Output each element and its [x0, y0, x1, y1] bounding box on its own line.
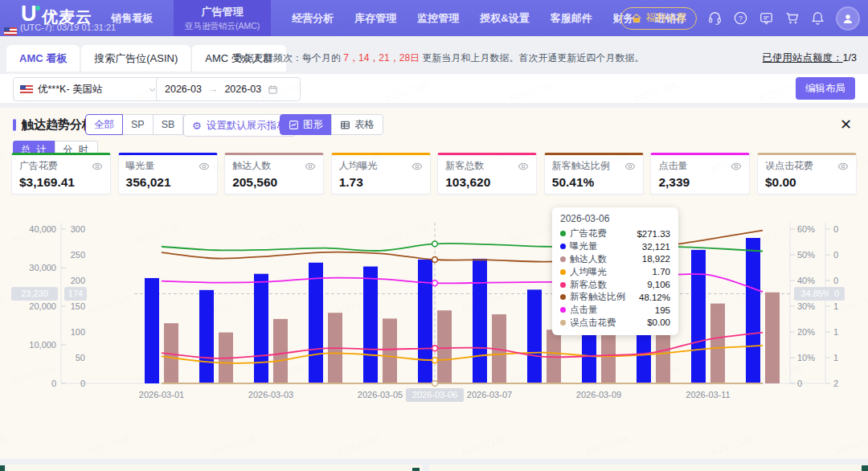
bar-触达人数-2026-03-12[interactable] — [765, 293, 780, 383]
nav-item-客服邮件[interactable]: 客服邮件 — [551, 11, 592, 26]
close-icon[interactable]: ✕ — [840, 114, 852, 135]
nav-item-销售看板[interactable]: 销售看板 — [111, 11, 153, 26]
bar-曝光量-2026-03-05[interactable] — [363, 267, 378, 383]
tooltip-date: 2026-03-06 — [560, 213, 670, 224]
bar-触达人数-2026-03-03[interactable] — [273, 319, 288, 383]
series-dot — [560, 307, 566, 313]
metric-value: 50.41% — [552, 175, 636, 190]
bar-曝光量-2026-03-06[interactable] — [418, 260, 432, 383]
axis-tick-label: 1 — [833, 327, 838, 337]
nav-item-监控管理[interactable]: 监控管理 — [417, 11, 459, 26]
comment-icon[interactable] — [759, 10, 774, 26]
bar-触达人数-2026-03-11[interactable] — [710, 304, 725, 383]
table-icon — [340, 120, 350, 130]
metric-card-曝光量[interactable]: 曝光量356,021 — [118, 153, 218, 195]
eye-icon[interactable] — [518, 161, 529, 172]
nav-item-广告管理[interactable]: 广告管理亚马逊营销云(AMC) — [174, 0, 271, 36]
metric-label: 新客触达比例 — [552, 159, 610, 173]
tooltip-row-value: 32,121 — [642, 242, 670, 252]
marker-误点击花费 — [432, 381, 438, 387]
bell-icon[interactable] — [810, 10, 825, 26]
x-label-2026-03-01: 2026-03-01 — [139, 390, 184, 399]
next-section-left — [6, 465, 423, 471]
scope-option-全部[interactable]: 全部 — [85, 114, 123, 135]
metric-card-新客总数[interactable]: 新客总数103,620 — [437, 153, 537, 195]
bar-触达人数-2026-03-05[interactable] — [383, 318, 397, 383]
nav-item-经营分析[interactable]: 经营分析 — [292, 11, 334, 26]
view-option-表格[interactable]: 表格 — [331, 114, 383, 135]
tooltip-row-label: 新客总数 — [570, 279, 647, 291]
tab-搜索广告位(ASIN)[interactable]: 搜索广告位(ASIN) — [81, 45, 190, 72]
tooltip-row-触达人数: 触达人数18,922 — [560, 253, 670, 266]
scope-option-SB[interactable]: SB — [153, 114, 184, 135]
eye-icon[interactable] — [199, 161, 210, 172]
metric-value: 103,620 — [445, 175, 529, 190]
highlight-exposure: 23,230 — [21, 289, 48, 298]
bar-曝光量-2026-03-11[interactable] — [691, 250, 706, 383]
nav-item-label: 监控管理 — [417, 11, 459, 26]
view-option-图形[interactable]: 图形 — [280, 114, 332, 135]
metric-card-广告花费[interactable]: 广告花费$3,169.41 — [11, 153, 111, 195]
metric-value: $0.00 — [765, 175, 849, 190]
bar-曝光量-2026-03-12[interactable] — [746, 238, 760, 383]
bar-触达人数-2026-03-06[interactable] — [437, 310, 452, 383]
metric-card-人均曝光[interactable]: 人均曝光1.73 — [331, 153, 431, 195]
bar-曝光量-2026-03-04[interactable] — [309, 263, 323, 383]
axis-tick-label: 1 — [833, 353, 838, 362]
bar-曝光量-2026-03-07[interactable] — [473, 259, 487, 383]
metric-card-header: 人均曝光 — [339, 159, 423, 173]
bar-曝光量-2026-03-01[interactable] — [145, 278, 159, 383]
store-select[interactable]: 优***K- 美国站 — [13, 77, 164, 101]
top-navbar: U 优麦云 (UTC-7): 03/19 01:31:21 销售看板广告管理亚马… — [0, 0, 868, 36]
eye-icon[interactable] — [92, 161, 103, 172]
bar-曝光量-2026-03-03[interactable] — [254, 274, 268, 383]
x-label-2026-03-05: 2026-03-05 — [358, 390, 403, 399]
scope-option-SP[interactable]: SP — [122, 114, 154, 135]
bar-曝光量-2026-03-08[interactable] — [527, 289, 542, 383]
next-section-right — [429, 465, 862, 471]
series-dot — [560, 256, 566, 262]
nav-item-库存管理[interactable]: 库存管理 — [354, 11, 396, 26]
avatar[interactable] — [836, 6, 860, 31]
eye-icon[interactable] — [731, 161, 742, 172]
eye-icon[interactable] — [305, 161, 316, 172]
cart-icon[interactable] — [784, 10, 800, 26]
nav-item-授权&设置[interactable]: 授权&设置 — [480, 11, 529, 26]
welfare-label: 福利小屋 — [646, 11, 686, 25]
tooltip-row-label: 新客触达比例 — [570, 291, 639, 303]
edit-layout-button[interactable]: 编辑布局 — [796, 77, 855, 100]
metric-card-误点击花费[interactable]: 误点击花费$0.00 — [757, 153, 857, 195]
metric-card-点击量[interactable]: 点击量2,339 — [650, 153, 750, 195]
axis-tick-label: 1 — [833, 301, 838, 311]
axis-tick-label: 20,000 — [29, 301, 56, 311]
metric-label: 误点击花费 — [765, 159, 813, 173]
headset-icon[interactable] — [707, 10, 723, 26]
date-range-picker[interactable]: 2026-03 → 2026-03 — [156, 77, 301, 101]
eye-icon[interactable] — [411, 161, 423, 172]
notice-dates: 7，14，21，28日 — [343, 52, 420, 63]
trend-chart[interactable]: 010,00020,00030,00040,000050100150200250… — [0, 203, 868, 406]
metric-card-header: 新客触达比例 — [552, 159, 636, 173]
tooltip-row-value: $271.33 — [637, 229, 670, 239]
settings-label: 设置默认展示指标 — [207, 119, 287, 133]
nav-item-label: 广告管理 — [202, 5, 244, 19]
metric-cards-row: 广告花费$3,169.41曝光量356,021触达人数205,560人均曝光1.… — [11, 153, 857, 195]
bar-曝光量-2026-03-02[interactable] — [199, 290, 214, 383]
eye-icon[interactable] — [837, 161, 849, 172]
tooltip-row-新客触达比例: 新客触达比例48.12% — [560, 291, 670, 304]
metric-card-触达人数[interactable]: 触达人数205,560 — [224, 153, 324, 195]
eye-icon[interactable] — [624, 161, 636, 172]
decor-sliver — [0, 465, 5, 471]
axis-tick-label: 50 — [76, 353, 85, 362]
marker-新客总数 — [432, 346, 438, 351]
question-icon[interactable]: ? — [733, 10, 748, 26]
default-metrics-settings-button[interactable]: ⚙ 设置默认展示指标 — [183, 114, 296, 137]
series-dot — [560, 244, 566, 249]
welfare-house-button[interactable]: 福利小屋 — [620, 7, 697, 30]
tab-AMC 看板[interactable]: AMC 看板 — [6, 45, 80, 72]
axis-tick-label: 0 — [833, 224, 838, 234]
metric-card-新客触达比例[interactable]: 新客触达比例50.41% — [544, 153, 644, 195]
axis-tick-label: 0 — [797, 379, 802, 388]
axis-tick-label: 30% — [797, 301, 815, 311]
highlight-inverse: 0 — [834, 289, 839, 298]
